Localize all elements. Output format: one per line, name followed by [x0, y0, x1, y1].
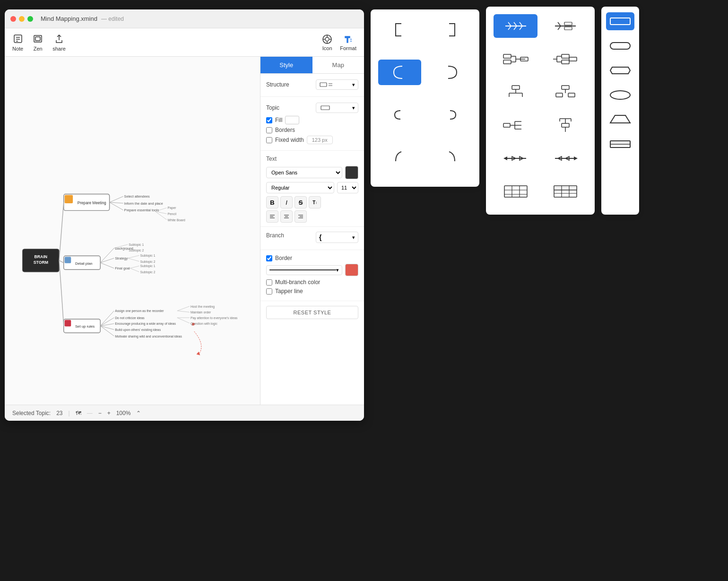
map-icon[interactable]: 🗺	[76, 410, 81, 416]
note-label: Note	[12, 46, 23, 52]
toolbar-right: Icon Format	[322, 34, 356, 51]
branch-arrows-left[interactable]	[494, 147, 537, 170]
svg-text:Subtopic 2: Subtopic 2	[129, 249, 144, 252]
svg-line-56	[100, 311, 114, 326]
extra-shape-6[interactable]	[606, 135, 634, 153]
font-style-select[interactable]: Regular	[266, 182, 334, 193]
zoom-out-button[interactable]: −	[98, 410, 102, 416]
border-color-swatch[interactable]	[345, 264, 358, 276]
reset-style-button[interactable]: RESET STYLE	[266, 306, 358, 319]
borders-checkbox[interactable]	[266, 127, 272, 133]
close-dot[interactable]	[10, 16, 16, 22]
minimize-dot[interactable]	[19, 16, 25, 22]
zoom-chevron[interactable]: ⌃	[136, 410, 141, 416]
svg-text:White Board: White Board	[168, 218, 185, 222]
topic-section: Topic ▾ Fill Borde	[260, 97, 364, 151]
shape-fork-left[interactable]	[378, 102, 421, 128]
branch-horizontal-1[interactable]	[494, 113, 537, 137]
share-label: share	[52, 46, 66, 52]
structure-section: Structure ▾	[260, 74, 364, 97]
branch-vertical-1[interactable]	[543, 113, 587, 137]
shape-bracket-right-1[interactable]	[429, 17, 472, 43]
shape-curved-bracket-right[interactable]	[429, 60, 472, 85]
zoom-level: 100%	[116, 410, 131, 416]
svg-rect-99	[564, 22, 572, 25]
font-size-select[interactable]: 11	[337, 182, 358, 193]
selected-count: 23	[56, 410, 62, 416]
svg-text:Pencil: Pencil	[168, 212, 177, 216]
svg-line-46	[128, 255, 139, 258]
fill-color-swatch[interactable]	[285, 116, 299, 124]
font-color-swatch[interactable]	[345, 166, 358, 179]
app-window: Mind Mapping.xmind — edited Note Zen	[5, 9, 364, 421]
branch-table-2[interactable]	[543, 180, 587, 203]
extra-shape-panel	[601, 7, 639, 215]
border-checkbox[interactable]	[266, 255, 272, 261]
branch-table-1[interactable]	[494, 180, 537, 203]
fill-checkbox[interactable]	[266, 117, 272, 123]
strike-button[interactable]: S	[295, 196, 307, 208]
text-format-row: B I S T↕	[266, 196, 358, 208]
branch-down-1[interactable]	[494, 80, 537, 104]
italic-button[interactable]: I	[280, 196, 293, 208]
shape-bracket-left-1[interactable]	[378, 17, 421, 43]
shape-open-right[interactable]	[429, 144, 472, 170]
fixed-width-input[interactable]: 123 px	[307, 136, 333, 144]
svg-rect-109	[562, 60, 569, 64]
svg-text:Subtopic 2: Subtopic 2	[140, 260, 155, 264]
map-tab[interactable]: Map	[312, 57, 364, 73]
border-line-select[interactable]: ▾	[266, 265, 342, 275]
svg-marker-159	[610, 115, 630, 123]
shape-open-left[interactable]	[378, 144, 421, 170]
fixed-width-checkbox[interactable]	[266, 137, 272, 143]
branch-arrows-right[interactable]	[543, 147, 587, 170]
tapper-line-checkbox[interactable]	[266, 288, 272, 295]
share-button[interactable]: share	[52, 34, 66, 52]
align-right-button[interactable]	[295, 210, 307, 223]
branch-tree-2[interactable]	[543, 47, 587, 71]
shape-curved-bracket-selected[interactable]	[378, 60, 421, 85]
icon-button[interactable]: Icon	[322, 34, 332, 51]
branch-fishbone-2[interactable]	[543, 14, 587, 38]
svg-line-97	[558, 22, 561, 26]
format-button[interactable]: Format	[340, 34, 356, 51]
separator-2: —	[87, 410, 93, 416]
svg-text:Subtopic 2: Subtopic 2	[140, 270, 155, 274]
svg-point-158	[610, 91, 630, 99]
extra-shape-1[interactable]	[606, 12, 634, 30]
topic-select[interactable]: ▾	[316, 103, 358, 113]
extra-shape-2[interactable]	[606, 37, 634, 55]
branch-tree-1[interactable]	[494, 47, 537, 71]
bold-button[interactable]: B	[266, 196, 278, 208]
svg-text:Subtopic 1: Subtopic 1	[140, 264, 155, 268]
multi-branch-checkbox[interactable]	[266, 279, 272, 286]
branch-select[interactable]: { ▾	[316, 232, 358, 243]
fill-row: Fill	[266, 116, 358, 124]
extra-shape-4[interactable]	[606, 86, 634, 104]
align-left-button[interactable]	[266, 210, 278, 223]
main-content: BRAIN STORM Prepare Meeting Detail plan …	[5, 57, 364, 405]
note-button[interactable]: Note	[12, 34, 23, 52]
style-tab[interactable]: Style	[260, 57, 312, 73]
canvas-area[interactable]: BRAIN STORM Prepare Meeting Detail plan …	[5, 57, 260, 405]
svg-line-52	[130, 266, 139, 269]
extra-shape-5[interactable]	[606, 111, 634, 129]
text-title: Text	[266, 156, 358, 162]
superscript-button[interactable]: T↕	[309, 196, 321, 208]
structure-select[interactable]: ▾	[316, 79, 358, 90]
shape-fork-right[interactable]	[429, 102, 472, 128]
svg-marker-137	[503, 156, 507, 160]
extra-shape-3[interactable]	[606, 61, 634, 79]
svg-text:Prepare Meeting: Prepare Meeting	[78, 201, 106, 205]
maximize-dot[interactable]	[27, 16, 33, 22]
font-family-select[interactable]: Open Sans	[266, 167, 342, 178]
zoom-in-button[interactable]: +	[107, 410, 111, 416]
branch-fishbone-selected[interactable]	[494, 14, 537, 38]
multi-branch-row: Multi-branch color	[266, 279, 358, 286]
selected-topic-label: Selected Topic:	[12, 410, 51, 416]
svg-text:Subtopic 1: Subtopic 1	[140, 254, 155, 258]
svg-rect-100	[564, 27, 572, 30]
branch-down-2[interactable]	[543, 80, 587, 104]
zen-button[interactable]: Zen	[33, 34, 43, 52]
align-center-button[interactable]	[280, 210, 293, 223]
